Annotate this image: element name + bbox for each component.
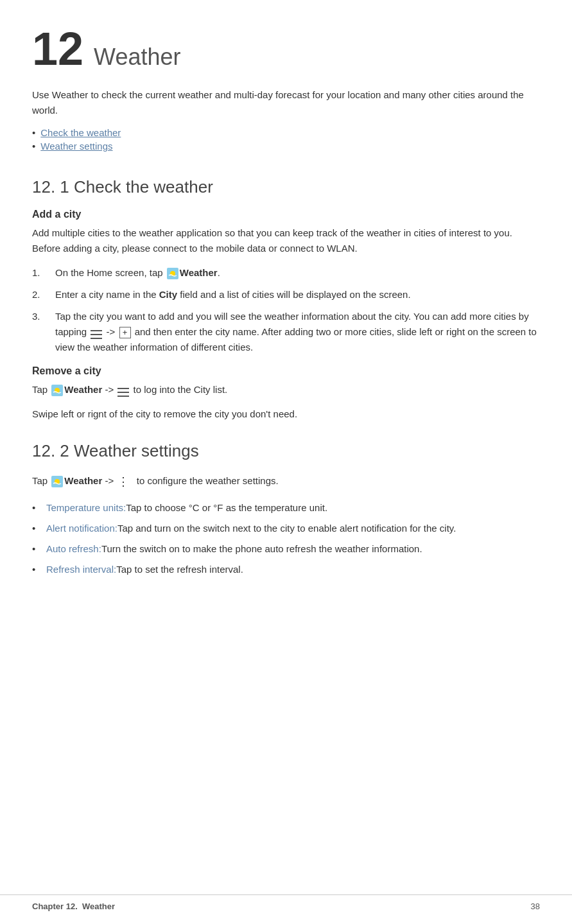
svg-rect-3: [91, 334, 102, 335]
term-auto-refresh: Auto refresh:: [46, 541, 101, 557]
subsection-add-city: Add a city Add multiple cities to the we…: [32, 209, 540, 355]
term-alert: Alert notification:: [46, 521, 117, 536]
weather-app-icon: [167, 268, 178, 279]
page-number: 38: [531, 902, 540, 911]
steps-list: 1. On the Home screen, tap Weather.: [32, 265, 540, 355]
desc-refresh-interval: Tap to set the refresh interval.: [116, 562, 243, 577]
step-3: 3. Tap the city you want to add and you …: [32, 309, 540, 355]
chapter-title: Weather: [94, 44, 180, 71]
section-1-heading: 12. 1 Check the weather: [32, 177, 540, 197]
vertical-dots-icon: ⋮: [117, 473, 130, 491]
remove-city-heading: Remove a city: [32, 365, 540, 377]
term-temperature: Temperature units:: [46, 500, 126, 516]
toc-list: Check the weather Weather settings: [32, 127, 540, 152]
step-1-num: 1.: [32, 265, 55, 281]
svg-rect-2: [91, 330, 102, 331]
city-bold: City: [159, 289, 177, 300]
step-2-content: Enter a city name in the City field and …: [55, 287, 540, 302]
svg-rect-9: [117, 396, 129, 397]
step-3-num: 3.: [32, 309, 55, 324]
footer-chapter-label: Chapter 12.: [32, 902, 78, 911]
footer-chapter-title: Weather: [82, 902, 115, 911]
arrow-text-1: ->: [107, 326, 118, 337]
add-city-heading: Add a city: [32, 209, 540, 220]
step-2: 2. Enter a city name in the City field a…: [32, 287, 540, 302]
settings-item-1: Temperature units: Tap to choose °C or °…: [32, 500, 540, 516]
weather-bold-2: Weather: [64, 384, 102, 395]
weather-bold-1: Weather: [180, 267, 218, 278]
remove-city-line1: Tap Weather -> to log into the Cit: [32, 382, 540, 397]
chapter-number: 12: [32, 26, 83, 72]
settings-list: Temperature units: Tap to choose °C or °…: [32, 500, 540, 577]
hamburger-icon-2: [117, 386, 129, 395]
step-1: 1. On the Home screen, tap Weather.: [32, 265, 540, 281]
settings-item-3: Auto refresh: Turn the switch on to make…: [32, 541, 540, 557]
toc-link-check-weather[interactable]: Check the weather: [40, 127, 121, 138]
page-footer: Chapter 12. Weather 38: [0, 894, 572, 911]
desc-temperature: Tap to choose °C or °F as the temperatur…: [126, 500, 327, 516]
add-city-intro: Add multiple cities to the weather appli…: [32, 225, 540, 256]
section2-intro: Tap Weather -> ⋮ to configure the weathe…: [32, 473, 540, 491]
svg-rect-8: [117, 392, 129, 393]
toc-item-2: Weather settings: [32, 141, 540, 152]
footer-chapter: Chapter 12. Weather: [32, 902, 115, 911]
remove-city-line2: Swipe left or rignt of the city to remov…: [32, 406, 540, 422]
step-1-content: On the Home screen, tap Weather.: [55, 265, 540, 281]
settings-item-4: Refresh interval: Tap to set the refresh…: [32, 562, 540, 577]
desc-alert: Tap and turn on the switch next to the c…: [117, 521, 456, 536]
svg-rect-4: [91, 338, 102, 339]
subsection-remove-city: Remove a city Tap Weather ->: [32, 365, 540, 422]
plus-box-icon: +: [119, 327, 131, 338]
section-1: 12. 1 Check the weather Add a city Add m…: [32, 177, 540, 422]
weather-app-icon-2: [51, 385, 63, 396]
toc-link-weather-settings[interactable]: Weather settings: [40, 141, 112, 152]
step-3-content: Tap the city you want to add and you wil…: [55, 309, 540, 355]
step-2-num: 2.: [32, 287, 55, 302]
weather-bold-3: Weather: [64, 475, 102, 486]
desc-auto-refresh: Turn the switch on to make the phone aut…: [101, 541, 422, 557]
svg-rect-7: [117, 388, 129, 389]
chapter-header: 12 Weather: [32, 26, 540, 72]
section-2: 12. 2 Weather settings Tap Weather -> ⋮ …: [32, 441, 540, 577]
section-2-heading: 12. 2 Weather settings: [32, 441, 540, 461]
settings-item-2: Alert notification: Tap and turn on the …: [32, 521, 540, 536]
weather-app-icon-3: [51, 476, 63, 487]
term-refresh-interval: Refresh interval:: [46, 562, 116, 577]
intro-text: Use Weather to check the current weather…: [32, 87, 540, 118]
toc-item-1: Check the weather: [32, 127, 540, 138]
hamburger-icon: [91, 328, 102, 337]
